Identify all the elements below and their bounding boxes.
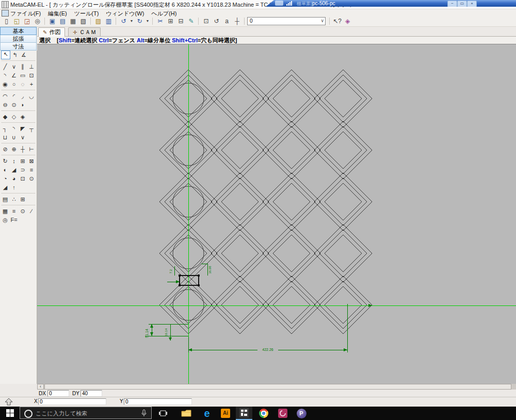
lattice-diamond[interactable] [325,235,362,272]
point-tool[interactable]: + [27,80,36,88]
edge-icon[interactable]: e [199,407,215,420]
ellipse-tool[interactable]: ◗ [19,101,27,109]
notch-round-tool[interactable]: ∪ [10,134,18,141]
circle-dashed-tool[interactable]: ◌ [19,80,27,88]
cut-button[interactable]: ✂ [155,17,165,25]
circle-two-point-tool[interactable]: ○ [10,80,18,88]
lattice-diamond[interactable] [314,70,372,127]
lattice-diamond[interactable] [319,230,367,277]
new-document-button[interactable]: ▥ [104,17,114,25]
lattice-diamond[interactable] [273,286,310,324]
corner-round-tool[interactable]: ◝ [10,125,18,133]
sheet-properties-button[interactable]: ▨ [93,17,103,25]
fit-view-tool[interactable]: ⊙ [19,207,27,215]
break-entity-tool[interactable]: ⊘ [1,146,9,153]
measure-tool-tool[interactable]: ∡ [20,51,28,59]
start-button[interactable] [0,407,20,420]
zoom-previous-button[interactable]: ↺ [212,17,221,25]
part-detail-tool[interactable]: ≡ [27,166,36,174]
lattice-diamond[interactable] [325,80,362,117]
dx-field[interactable]: 0 [47,390,69,397]
obround-tool[interactable]: ⊖ [1,101,9,109]
notch-vee-tool[interactable]: ∨ [19,134,27,141]
undo-button[interactable]: ↺ [119,17,128,25]
lattice-diamond[interactable] [314,224,372,282]
context-help-button[interactable]: ↖? [332,17,342,25]
lattice-diamond[interactable] [325,286,362,324]
layer-stack-tool[interactable]: ≡ [10,207,18,215]
two-point-line-tool[interactable]: ∨ [10,63,18,71]
dim-label-left-height[interactable]: 51.14 [145,329,149,338]
lattice-diamond[interactable] [268,230,315,277]
menu-1[interactable]: 編集(E) [48,10,67,17]
palette-tab-寸法[interactable]: 寸法 [0,43,37,51]
lattice-diamond[interactable] [263,224,320,282]
illustrator-icon[interactable]: Ai [217,407,234,420]
move-entity-tool[interactable]: ↕ [10,157,18,165]
rotate-entity-tool[interactable]: ↻ [1,157,9,165]
arc-center-tool[interactable]: ◞ [19,92,27,100]
save-button[interactable]: ▣ [47,17,57,25]
lattice-diamond[interactable] [263,276,320,334]
trim-gap-tool[interactable]: ┼ [19,146,27,153]
redo-button[interactable]: ↻ [135,17,144,25]
quick-select-tool[interactable]: ↰ [11,51,19,59]
y-field[interactable]: 0 [124,398,192,405]
save-all-button[interactable]: ▤ [58,17,68,25]
palette-tab-基本[interactable]: 基本 [0,27,37,35]
lattice-diamond[interactable] [216,230,264,277]
tab-作図[interactable]: ✎作図 [38,27,65,37]
dim-label-width[interactable]: 422.26 [262,348,273,351]
redo-menu[interactable]: ▼ [145,17,150,25]
acrobat-icon[interactable] [275,407,291,420]
lattice-diamond[interactable] [221,235,259,272]
hole-axis-tool[interactable]: ⊙ [27,175,36,183]
lattice-diamond[interactable] [325,183,362,220]
restore-button[interactable]: ▭ [457,1,467,7]
sweep-clean-tool[interactable]: ∕ [27,207,36,215]
divide-entity-tool[interactable]: ⊢ [27,146,36,153]
grid-toggle-tool[interactable]: ▦ [1,207,9,215]
lattice-diamond[interactable] [221,183,259,220]
corner-relief-tool[interactable]: ┬ [27,125,36,133]
stretch-entity-tool[interactable]: ◢ [10,166,18,174]
close-button[interactable]: × [467,1,477,7]
undo-menu[interactable]: ▼ [129,17,134,25]
lattice-diamond[interactable] [216,178,264,225]
lattice-diamond[interactable] [273,80,310,117]
scrollbar-thumb[interactable] [44,384,511,390]
offset-contour-tool[interactable]: ⊃ [19,166,27,174]
lattice-diamond[interactable] [221,132,259,169]
hexagon-flats-tool[interactable]: ◆ [1,113,9,121]
parallel-line-tool[interactable]: ∥ [19,63,27,71]
minimize-button[interactable]: − [447,1,457,7]
import-file-button[interactable]: ◲ [22,17,32,25]
task-view-icon[interactable] [155,407,171,420]
new-file-button[interactable]: ▯ [2,17,11,25]
file-explorer-icon[interactable] [178,407,195,420]
join-entity-tool[interactable]: ⊕ [10,146,18,153]
scroll-left-button[interactable]: ‹ [37,384,44,390]
pin-icon[interactable] [275,1,283,6]
menu-3[interactable]: ウィンドウ(W) [106,10,144,17]
mirror-entity-tool[interactable]: ◐ [1,166,9,174]
dim-label-rect-right[interactable]: 36.08 [208,266,212,274]
copy-sheet-tool[interactable]: ⊞ [19,157,27,165]
microphone-icon[interactable] [141,409,147,417]
array-fill-tool[interactable]: ▤ [1,196,9,203]
angle-line-tool[interactable]: ∠ [10,72,18,79]
print-preview-button[interactable]: ▧ [78,17,88,25]
lattice-diamond[interactable] [273,235,310,272]
lattice-diamond[interactable] [314,121,372,179]
zoom-window-button[interactable]: ⊡ [201,17,211,25]
corner-chamfer-tool[interactable]: ◤ [19,125,27,133]
chrome-icon[interactable] [255,407,272,420]
lattice-diamond[interactable] [221,80,259,117]
lattice-diamond[interactable] [319,75,367,122]
select-cursor-tool[interactable]: ↖ [1,51,10,59]
zoom-detail-tool[interactable]: ◎ [1,216,9,224]
line-tool[interactable]: ╱ [1,63,9,71]
arc-three-point-tool[interactable]: ◠ [1,92,9,100]
arc-tangent-tool[interactable]: ◜ [10,92,18,100]
notch-rect-tool[interactable]: ⊔ [1,134,9,141]
